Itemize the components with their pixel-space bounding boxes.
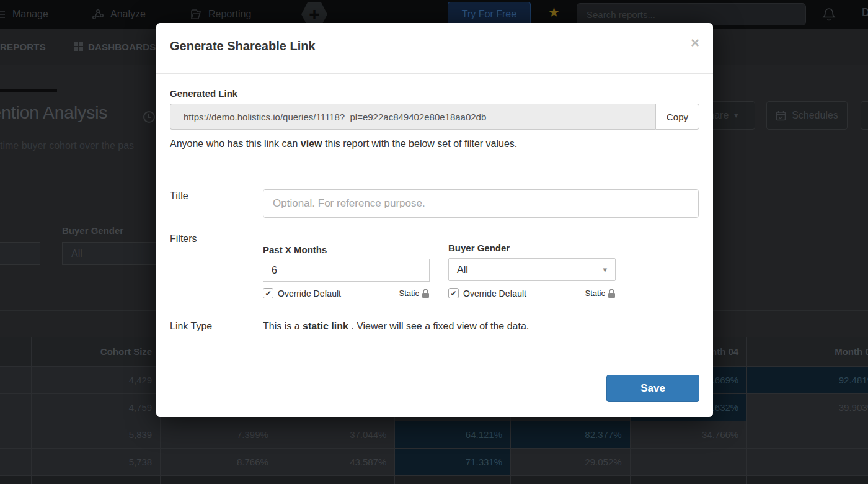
menu-lines-icon (0, 9, 6, 19)
bell-icon[interactable] (822, 7, 836, 24)
table-header-cell: Month 05 (747, 337, 868, 367)
table-cell (0, 367, 32, 394)
table-cell (747, 449, 868, 476)
table-cell (277, 476, 396, 484)
table-cell: 71.331% (395, 449, 511, 476)
nav-manage[interactable]: Manage (0, 0, 48, 29)
table-cell (631, 449, 748, 476)
table-row: 5,8397.399%37.044%64.121%82.377%34.766% (0, 421, 868, 449)
table-cell: 7.399% (161, 421, 277, 449)
buyer-gender-select[interactable]: All ▾ (448, 258, 616, 281)
buyer-gender-value: All (457, 264, 468, 276)
page-title: Retention Analysis (0, 103, 107, 123)
search-placeholder: Search reports... (587, 9, 655, 20)
table-header-cell (0, 337, 32, 367)
generated-link-input[interactable]: https://demo.holistics.io/queries/11118?… (170, 104, 655, 130)
buyer-gender-label: Buyer Gender (448, 243, 510, 253)
dashboards-grid-icon (74, 42, 83, 51)
reporting-folder-icon (190, 8, 202, 20)
table-cell (747, 476, 868, 484)
generated-link-label: Generated Link (170, 88, 237, 99)
save-button-label: Save (640, 382, 665, 395)
chevron-down-icon: ▾ (734, 111, 738, 120)
check-icon: ✔ (450, 289, 456, 298)
nav-analyze-label: Analyze (110, 9, 146, 20)
save-button[interactable]: Save (606, 375, 699, 402)
table-cell (511, 476, 631, 484)
lock-icon (422, 289, 430, 298)
try-for-free-label: Try For Free (462, 9, 516, 20)
calendar-check-icon (776, 110, 786, 121)
check-icon: ✔ (265, 289, 271, 298)
generate-shareable-link-modal: Generate Shareable Link × Generated Link… (156, 23, 713, 417)
analyze-network-icon (92, 8, 104, 20)
table-cell (32, 476, 161, 484)
tab-dashboards[interactable]: DASHBOARDS (74, 29, 156, 65)
override-default-label: Override Default (463, 289, 526, 298)
title-field-label: Title (170, 190, 188, 202)
table-cell (0, 421, 32, 449)
schedules-label: Schedules (792, 110, 838, 121)
table-row (0, 476, 868, 484)
override-default-checkbox[interactable]: ✔ (263, 288, 273, 298)
filters-label: Filters (170, 233, 197, 244)
static-tag: Static (399, 289, 430, 298)
bg-buyer-gender-select[interactable]: All (62, 242, 167, 265)
bg-past-x-months-input[interactable] (0, 242, 40, 265)
modal-title: Generate Shareable Link (170, 39, 316, 53)
copy-button[interactable]: Copy (655, 104, 699, 130)
override-default-checkbox[interactable]: ✔ (448, 288, 459, 298)
table-cell: 5,839 (32, 421, 161, 449)
table-cell: 82.377% (511, 421, 631, 449)
table-cell: 64.121% (395, 421, 511, 449)
title-input[interactable]: Optional. For reference purpose. (263, 189, 699, 218)
title-input-placeholder: Optional. For reference purpose. (273, 197, 425, 210)
share-note: Anyone who has this link can view this r… (170, 138, 517, 150)
copy-button-label: Copy (666, 112, 688, 122)
table-cell: 39.903% (747, 394, 868, 421)
table-cell: 4,759 (32, 394, 161, 421)
table-cell: 37.044% (277, 421, 396, 449)
table-header-cell: Cohort Size (32, 337, 161, 367)
table-cell: 4,429 (32, 367, 161, 394)
nav-analyze[interactable]: Analyze (92, 0, 146, 29)
table-cell (631, 476, 748, 484)
tab-dashboards-label: DASHBOARDS (88, 42, 156, 52)
close-icon[interactable]: × (691, 35, 699, 50)
table-row: 5,7388.766%43.587%71.331%29.052% (0, 449, 868, 476)
more-actions-button[interactable] (861, 101, 868, 130)
nav-reporting-label: Reporting (208, 9, 251, 20)
override-default-label: Override Default (278, 289, 341, 298)
tab-reports[interactable]: REPORTS (0, 29, 46, 65)
search-reports-input[interactable]: Search reports... (577, 3, 806, 25)
bg-buyer-gender-label: Buyer Gender (62, 225, 123, 236)
table-cell: 29.052% (511, 449, 631, 476)
table-cell (161, 476, 277, 484)
select-caret-icon: ▾ (603, 265, 607, 274)
user-avatar[interactable]: D (862, 6, 868, 19)
table-cell: 92.481% (747, 367, 868, 394)
past-x-months-label: Past X Months (263, 244, 327, 255)
generated-link-group: https://demo.holistics.io/queries/11118?… (170, 104, 699, 130)
star-icon[interactable]: ★ (548, 5, 560, 20)
active-tab-underline (0, 89, 57, 92)
page-subtitle: time buyer cohort over the pas (0, 140, 134, 151)
bg-buyer-gender-value: All (71, 248, 82, 259)
table-cell (747, 421, 868, 449)
table-cell (0, 394, 32, 421)
past-x-months-input[interactable]: 6 (263, 259, 430, 282)
past-x-months-override-row: ✔ Override Default Static (263, 288, 430, 298)
table-cell: 43.587% (277, 449, 396, 476)
nav-manage-label: Manage (12, 9, 48, 20)
table-cell: 8.766% (161, 449, 277, 476)
generated-link-url: https://demo.holistics.io/queries/11118?… (184, 112, 486, 122)
modal-header-divider (156, 73, 713, 74)
static-label: Static (585, 289, 605, 298)
link-type-text: This is a static link . Viewer will see … (263, 321, 529, 332)
lock-icon (608, 289, 616, 298)
past-x-months-value: 6 (272, 265, 277, 276)
table-cell: 5,738 (32, 449, 161, 476)
schedules-button[interactable]: Schedules (766, 101, 848, 130)
table-cell: 34.766% (631, 421, 748, 449)
plus-icon: + (309, 4, 320, 25)
